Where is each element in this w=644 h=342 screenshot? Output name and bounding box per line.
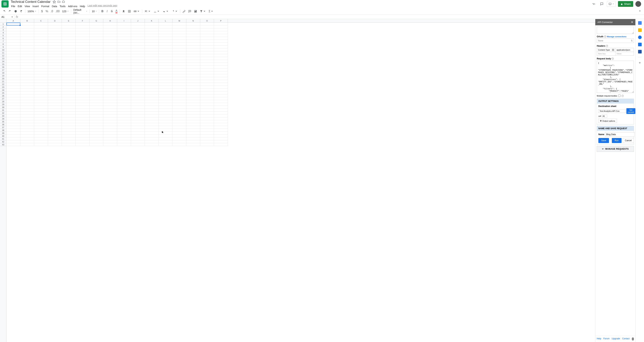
cell[interactable] [214, 123, 228, 126]
cell[interactable] [214, 74, 228, 77]
cell[interactable] [48, 135, 62, 138]
cell[interactable] [62, 94, 76, 97]
cell[interactable] [131, 83, 145, 86]
cell[interactable] [48, 100, 62, 103]
cell[interactable] [34, 100, 48, 103]
cell[interactable] [186, 126, 200, 129]
cell[interactable] [200, 80, 214, 83]
cell[interactable] [20, 69, 34, 71]
cell[interactable] [145, 117, 159, 120]
cell[interactable] [103, 37, 117, 40]
cell[interactable] [6, 103, 20, 106]
cell[interactable] [200, 28, 214, 31]
cell[interactable] [6, 77, 20, 80]
row-header[interactable]: 18 [0, 71, 6, 74]
cell[interactable] [159, 51, 172, 54]
cell[interactable] [103, 109, 117, 112]
cell[interactable] [76, 89, 90, 92]
row-header[interactable]: 13 [0, 57, 6, 60]
sheets-logo[interactable] [2, 0, 8, 7]
cell[interactable] [200, 48, 214, 51]
cell[interactable] [159, 115, 172, 117]
cell[interactable] [34, 126, 48, 129]
cell[interactable] [131, 71, 145, 74]
cell[interactable] [62, 25, 76, 28]
cell[interactable] [90, 132, 103, 135]
cell[interactable] [20, 103, 34, 106]
col-header[interactable]: K [145, 19, 159, 22]
cell[interactable] [90, 57, 103, 60]
cell[interactable] [145, 54, 159, 57]
header-key-1[interactable]: Content-Type⊞ [597, 48, 616, 52]
cell[interactable] [6, 112, 20, 115]
save-button[interactable]: Save [598, 138, 609, 143]
cell[interactable] [76, 60, 90, 63]
cell[interactable] [159, 103, 172, 106]
cell[interactable] [145, 48, 159, 51]
cell[interactable] [103, 103, 117, 106]
cell[interactable] [159, 109, 172, 112]
cell[interactable] [117, 129, 131, 132]
row-header[interactable]: 1 [0, 23, 6, 25]
cell[interactable] [159, 123, 172, 126]
cell[interactable] [103, 92, 117, 94]
row-header[interactable]: 35 [0, 120, 6, 123]
cell[interactable] [214, 71, 228, 74]
cell[interactable] [172, 31, 186, 34]
cell[interactable] [48, 92, 62, 94]
cell[interactable] [145, 37, 159, 40]
cell[interactable] [20, 77, 34, 80]
cell[interactable] [145, 112, 159, 115]
cell[interactable] [62, 34, 76, 37]
row-header[interactable]: 33 [0, 115, 6, 117]
cell[interactable] [117, 80, 131, 83]
cell[interactable] [34, 31, 48, 34]
cell[interactable] [48, 120, 62, 123]
cell[interactable] [6, 115, 20, 117]
cell[interactable] [200, 143, 214, 146]
cell[interactable] [76, 112, 90, 115]
cell[interactable] [20, 40, 34, 43]
cell[interactable] [20, 109, 34, 112]
cell[interactable] [131, 132, 145, 135]
cell[interactable] [103, 126, 117, 129]
cell[interactable] [186, 100, 200, 103]
cell[interactable] [172, 43, 186, 46]
cell[interactable] [131, 123, 145, 126]
cell[interactable] [103, 120, 117, 123]
cell[interactable] [145, 34, 159, 37]
cell[interactable] [6, 69, 20, 71]
cell[interactable] [48, 43, 62, 46]
cell[interactable] [117, 77, 131, 80]
row-header[interactable]: 5 [0, 34, 6, 37]
row-header[interactable]: 36 [0, 123, 6, 126]
cell[interactable] [200, 51, 214, 54]
cell[interactable] [159, 126, 172, 129]
row-header[interactable]: 40 [0, 135, 6, 138]
cell[interactable] [117, 43, 131, 46]
cell[interactable] [159, 69, 172, 71]
cell[interactable] [200, 86, 214, 89]
menu-edit[interactable]: Edit [17, 4, 23, 8]
cell[interactable] [131, 25, 145, 28]
cell[interactable] [103, 80, 117, 83]
cell[interactable] [76, 140, 90, 143]
paint-format-icon[interactable] [19, 9, 24, 14]
cell[interactable] [172, 112, 186, 115]
cell[interactable] [103, 63, 117, 66]
cell[interactable] [90, 92, 103, 94]
cell[interactable] [34, 54, 48, 57]
cell[interactable] [34, 132, 48, 135]
last-edit-text[interactable]: Last edit was seconds ago [88, 4, 117, 8]
header-val-new[interactable]: Value [616, 52, 634, 55]
cell[interactable] [200, 74, 214, 77]
cell[interactable] [186, 143, 200, 146]
cell[interactable] [186, 23, 200, 25]
cell[interactable] [172, 103, 186, 106]
cell[interactable] [103, 140, 117, 143]
cell[interactable] [159, 66, 172, 69]
cell[interactable] [159, 40, 172, 43]
cell[interactable] [90, 86, 103, 89]
cell[interactable] [172, 40, 186, 43]
cell[interactable] [6, 94, 20, 97]
